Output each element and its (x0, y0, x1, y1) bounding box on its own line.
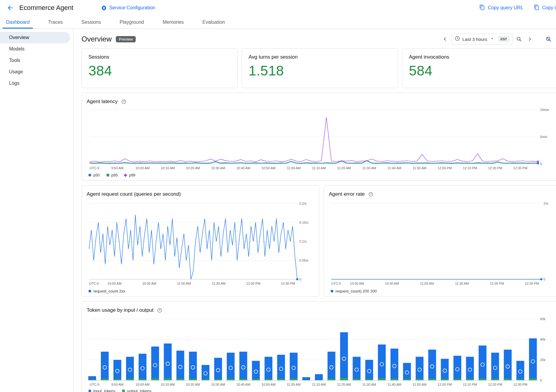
svg-text:11:00 AM: 11:00 AM (177, 282, 191, 285)
legend-item[interactable]: request_count 2xx (88, 289, 125, 293)
svg-text:10:30 AM: 10:30 AM (211, 383, 225, 386)
svg-text:12:00 PM: 12:00 PM (246, 282, 260, 285)
svg-text:12:00 PM: 12:00 PM (490, 282, 504, 285)
copy-identity-button[interactable]: Copy identity (534, 5, 556, 11)
svg-text:40k: 40k (540, 338, 545, 341)
latency-chart[interactable]: 10min5min0UTC-59:50 AM10:00 AM10:10 AM10… (87, 106, 556, 171)
svg-text:9:50 AM: 9:50 AM (111, 166, 123, 170)
stat-value: 384 (88, 63, 231, 79)
chart-title: Agent latency (87, 99, 118, 105)
help-icon[interactable]: ? (121, 99, 126, 104)
svg-text:60k: 60k (540, 317, 545, 321)
preview-badge: Preview (116, 36, 136, 42)
error-rate-legend: request_count) 200 200 (329, 289, 556, 293)
svg-text:UTC-5: UTC-5 (90, 383, 99, 386)
svg-text:10:10 AM: 10:10 AM (161, 383, 175, 386)
token-usage-chart[interactable]: 60k40k20k0UTC-59:50 AM10:00 AM10:10 AM10… (87, 315, 556, 387)
svg-text:11:50 AM: 11:50 AM (413, 383, 427, 386)
svg-text:?: ? (370, 193, 372, 196)
svg-text:?: ? (123, 100, 125, 103)
sidebar-item-models[interactable]: Models (0, 43, 70, 55)
charts-row: Agent request count (queries per second)… (82, 185, 556, 297)
svg-text:11:40 AM: 11:40 AM (388, 383, 401, 386)
svg-text:10:00 AM: 10:00 AM (350, 282, 364, 285)
stat-label: Sessions (88, 54, 231, 60)
token-usage-card: Token usage by input / output ? 60k40k20… (82, 301, 556, 392)
tab-memories[interactable]: Memories (156, 16, 190, 29)
tab-playground[interactable]: Playground (114, 16, 150, 29)
svg-text:12:00 PM: 12:00 PM (438, 383, 452, 386)
svg-text:10:00 AM: 10:00 AM (107, 282, 121, 285)
legend-item[interactable]: p95 (107, 173, 118, 177)
tab-evaluation[interactable]: Evaluation (196, 16, 231, 29)
svg-text:10:00 AM: 10:00 AM (136, 383, 150, 386)
tab-sessions[interactable]: Sessions (76, 16, 107, 29)
svg-text:12:30 PM: 12:30 PM (513, 383, 527, 386)
request-count-chart[interactable]: 0.2/s0.15/s0.1/s0.05/s0UTC-510:00 AM10:3… (87, 199, 314, 287)
time-range-label: Last 3 hours (462, 37, 487, 42)
svg-text:11:00 AM: 11:00 AM (420, 282, 434, 285)
sidebar-item-logs[interactable]: Logs (0, 78, 70, 89)
overview-header: Overview Preview Last 3 hours EST (82, 32, 556, 46)
svg-text:12:30 PM: 12:30 PM (513, 166, 527, 170)
copy-query-url-button[interactable]: Copy query URL (479, 5, 523, 11)
stat-card-sessions: Sessions 384 (82, 48, 238, 88)
reset-zoom-button[interactable] (544, 35, 553, 44)
svg-text:10:30 AM: 10:30 AM (142, 282, 156, 285)
svg-text:11:50 AM: 11:50 AM (413, 166, 427, 170)
sidebar-item-tools[interactable]: Tools (0, 55, 70, 66)
svg-text:10min: 10min (540, 108, 549, 112)
svg-text:11:30 AM: 11:30 AM (362, 383, 376, 386)
zoom-off-icon (545, 36, 552, 42)
help-icon[interactable]: ? (157, 308, 162, 313)
svg-text:11:00 AM: 11:00 AM (287, 383, 301, 386)
svg-text:12:10 PM: 12:10 PM (463, 383, 477, 386)
svg-text:12:30 PM: 12:30 PM (525, 282, 539, 285)
svg-text:11:30 AM: 11:30 AM (455, 282, 469, 285)
svg-text:12:20 PM: 12:20 PM (488, 383, 502, 386)
back-button[interactable] (4, 2, 16, 14)
overview-title: Overview (82, 35, 112, 43)
help-icon[interactable]: ? (368, 192, 373, 197)
svg-text:10:30 AM: 10:30 AM (385, 282, 399, 285)
svg-text:5min: 5min (540, 135, 547, 139)
sidebar-item-usage[interactable]: Usage (0, 66, 70, 78)
time-back-button[interactable] (440, 35, 449, 44)
svg-text:12:10 PM: 12:10 PM (463, 166, 477, 170)
svg-text:0: 0 (299, 277, 301, 281)
gear-icon (101, 5, 107, 11)
chevron-down-icon (490, 36, 495, 42)
svg-text:10:00 AM: 10:00 AM (136, 166, 150, 170)
time-forward-button[interactable] (525, 35, 534, 44)
svg-text:0: 0 (540, 162, 542, 166)
stat-value: 1.518 (249, 63, 391, 79)
chart-title: Agent request count (queries per second) (87, 191, 181, 197)
stat-label: Agent invocations (409, 54, 556, 60)
svg-text:10:30 AM: 10:30 AM (211, 166, 225, 170)
svg-text:11:10 AM: 11:10 AM (312, 166, 326, 170)
legend-item[interactable]: output_tokens (122, 389, 152, 392)
time-controls: Last 3 hours EST (440, 34, 553, 44)
tab-dashboard[interactable]: Dashboard (0, 16, 36, 29)
tab-traces[interactable]: Traces (42, 16, 69, 29)
svg-text:1%: 1% (543, 202, 548, 205)
agent-latency-card: Agent latency ? 10min5min0UTC-59:50 AM10… (82, 93, 556, 181)
stats-row: Sessions 384 Avg turns per session 1.518… (82, 48, 556, 88)
service-configuration-link[interactable]: Service Configuration (101, 5, 155, 11)
chart-title: Agent error rate (329, 191, 365, 197)
sidebar-item-overview[interactable]: Overview (0, 32, 70, 43)
svg-text:10:20 AM: 10:20 AM (186, 166, 200, 170)
legend-item[interactable]: input_tokens (88, 389, 116, 392)
svg-text:12:20 PM: 12:20 PM (488, 166, 502, 170)
legend-item[interactable]: p99 (124, 173, 135, 177)
latency-legend: p50 p95 p99 (87, 173, 556, 177)
error-rate-chart[interactable]: 1%0UTC-510:00 AM10:30 AM11:00 AM11:30 AM… (329, 199, 556, 287)
stat-value: 584 (409, 63, 556, 79)
svg-text:11:30 AM: 11:30 AM (212, 282, 226, 285)
time-range-selector[interactable]: Last 3 hours EST (451, 34, 513, 44)
svg-text:10:40 AM: 10:40 AM (236, 383, 250, 386)
legend-item[interactable]: request_count) 200 200 (331, 289, 377, 293)
timezone-badge: EST (498, 36, 509, 42)
legend-item[interactable]: p50 (88, 173, 100, 177)
zoom-in-button[interactable] (514, 35, 524, 44)
